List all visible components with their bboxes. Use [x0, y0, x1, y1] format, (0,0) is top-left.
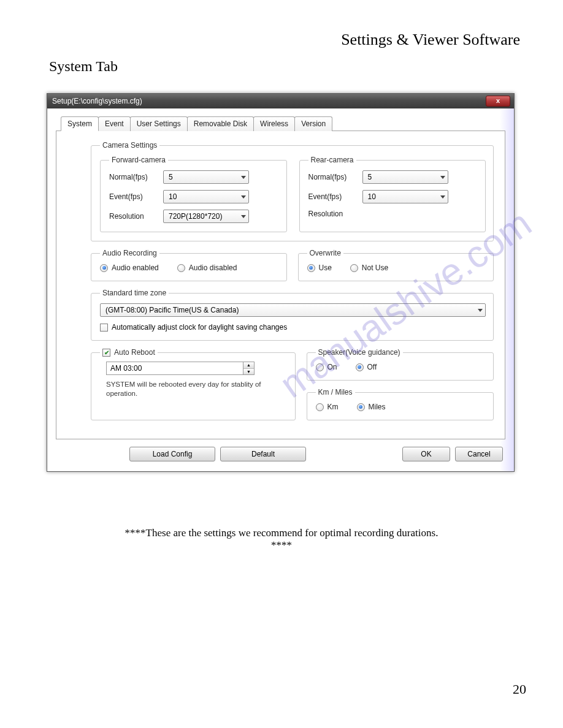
reboot-help: SYSTEM will be rebooted every day for st… [100, 375, 288, 398]
setup-window: Setup(E:\config\system.cfg) x System Eve… [47, 93, 515, 472]
forward-res-combo[interactable]: 720P(1280*720) [163, 210, 249, 223]
page-header: Settings & Viewer Software [0, 0, 563, 55]
tab-user-settings[interactable]: User Settings [130, 116, 188, 131]
timezone-combo[interactable]: (GMT-08:00) Pacific Time(US & Canada) [100, 303, 486, 317]
audio-group: Audio Recording Audio enabled Audio disa… [91, 249, 287, 281]
speaker-on-radio[interactable]: On [316, 363, 337, 371]
chevron-down-icon [440, 195, 445, 199]
tab-wireless[interactable]: Wireless [253, 116, 295, 131]
forward-event-value: 10 [169, 192, 177, 201]
speaker-off-radio[interactable]: Off [356, 363, 377, 371]
chevron-down-icon [241, 195, 246, 199]
rear-event-label: Event(fps) [308, 192, 362, 201]
dst-label: Automatically adjust clock for daylight … [112, 323, 287, 332]
radio-icon [357, 403, 365, 411]
timezone-value: (GMT-08:00) Pacific Time(US & Canada) [105, 306, 239, 314]
audio-enabled-radio[interactable]: Audio enabled [100, 264, 159, 272]
forward-event-label: Event(fps) [109, 192, 163, 201]
spinner-down-icon[interactable]: ▼ [243, 369, 254, 375]
forward-camera-legend: Forward-camera [109, 156, 168, 164]
checkbox-icon [102, 349, 110, 357]
overwrite-notuse-radio[interactable]: Not Use [350, 264, 388, 272]
reboot-time-value[interactable]: AM 03:00 [106, 362, 243, 375]
speaker-off-label: Off [367, 363, 377, 371]
right-col: Speaker(Voice guidance) On Off [307, 348, 494, 428]
tab-event[interactable]: Event [98, 116, 131, 131]
checkbox-icon [100, 324, 108, 332]
tabstrip: System Event User Settings Removable Dis… [61, 116, 505, 131]
audio-disabled-label: Audio disabled [189, 264, 237, 272]
reboot-group: Auto Reboot AM 03:00 ▲ ▼ SYSTEM will be … [91, 348, 296, 420]
dialog-button-row: Load Config Default OK Cancel [56, 439, 505, 464]
radio-icon [350, 264, 358, 272]
overwrite-use-label: Use [319, 264, 332, 272]
dialog-body: System Event User Settings Removable Dis… [47, 108, 514, 471]
section-title: System Tab [0, 55, 563, 93]
forward-res-label: Resolution [109, 212, 163, 221]
titlebar: Setup(E:\config\system.cfg) x [47, 94, 514, 108]
footer-note: ****These are the settings we recommend … [0, 527, 563, 552]
units-km-label: Km [327, 403, 339, 411]
rear-event-combo[interactable]: 10 [362, 190, 448, 203]
audio-legend: Audio Recording [100, 249, 159, 257]
radio-icon [307, 264, 315, 272]
forward-normal-label: Normal(fps) [109, 173, 163, 181]
overwrite-group: Overwrite Use Not Use [298, 249, 494, 281]
rear-camera-legend: Rear-camera [308, 156, 356, 164]
window-title: Setup(E:\config\system.cfg) [52, 97, 142, 105]
close-button[interactable]: x [486, 96, 510, 107]
timezone-group: Standard time zone (GMT-08:00) Pacific T… [91, 289, 494, 341]
rear-normal-label: Normal(fps) [308, 173, 362, 181]
camera-settings-group: Camera Settings Forward-camera Normal(fp… [91, 141, 494, 241]
tab-removable-disk[interactable]: Removable Disk [187, 116, 254, 131]
overwrite-notuse-label: Not Use [362, 264, 388, 272]
rear-camera-group: Rear-camera Normal(fps) 5 Event(fps) 10 [299, 156, 486, 232]
chevron-down-icon [440, 176, 445, 179]
timezone-legend: Standard time zone [100, 289, 169, 297]
radio-icon [356, 363, 364, 371]
forward-event-combo[interactable]: 10 [163, 190, 249, 203]
overwrite-legend: Overwrite [307, 249, 343, 257]
rear-normal-combo[interactable]: 5 [362, 170, 448, 184]
tab-system[interactable]: System [61, 116, 99, 131]
cancel-button[interactable]: Cancel [455, 447, 503, 461]
forward-camera-group: Forward-camera Normal(fps) 5 Event(fps) [100, 156, 287, 232]
load-config-button[interactable]: Load Config [129, 447, 215, 461]
overwrite-use-radio[interactable]: Use [307, 264, 332, 272]
tab-version[interactable]: Version [294, 116, 332, 131]
reboot-time-spinner[interactable]: AM 03:00 ▲ ▼ [106, 362, 255, 375]
radio-icon [316, 403, 324, 411]
forward-normal-value: 5 [169, 173, 173, 181]
rear-event-value: 10 [368, 192, 376, 201]
units-km-radio[interactable]: Km [316, 403, 339, 411]
speaker-group: Speaker(Voice guidance) On Off [307, 348, 494, 381]
speaker-on-label: On [327, 363, 337, 371]
radio-icon [177, 264, 185, 272]
rear-normal-value: 5 [368, 173, 372, 181]
chevron-down-icon [241, 215, 246, 218]
camera-settings-legend: Camera Settings [100, 141, 159, 150]
ok-button[interactable]: OK [402, 447, 450, 461]
radio-icon [100, 264, 108, 272]
page-number: 20 [513, 681, 526, 697]
default-button[interactable]: Default [220, 447, 306, 461]
units-legend: Km / Miles [316, 388, 355, 396]
forward-normal-combo[interactable]: 5 [163, 170, 249, 184]
units-group: Km / Miles Km Miles [307, 388, 494, 420]
radio-icon [316, 363, 324, 371]
auto-reboot-checkbox[interactable]: Auto Reboot [100, 348, 158, 357]
spinner-up-icon[interactable]: ▲ [243, 362, 254, 369]
forward-res-value: 720P(1280*720) [169, 212, 222, 221]
speaker-legend: Speaker(Voice guidance) [316, 348, 403, 357]
auto-reboot-label: Auto Reboot [114, 348, 155, 357]
chevron-down-icon [478, 309, 483, 312]
dst-checkbox[interactable]: Automatically adjust clock for daylight … [100, 323, 486, 332]
rear-res-label: Resolution [308, 210, 362, 218]
units-miles-label: Miles [369, 403, 386, 411]
audio-enabled-label: Audio enabled [112, 264, 159, 272]
audio-disabled-radio[interactable]: Audio disabled [177, 264, 237, 272]
chevron-down-icon [241, 176, 246, 179]
tab-panel-system: Camera Settings Forward-camera Normal(fp… [56, 131, 505, 439]
units-miles-radio[interactable]: Miles [357, 403, 386, 411]
